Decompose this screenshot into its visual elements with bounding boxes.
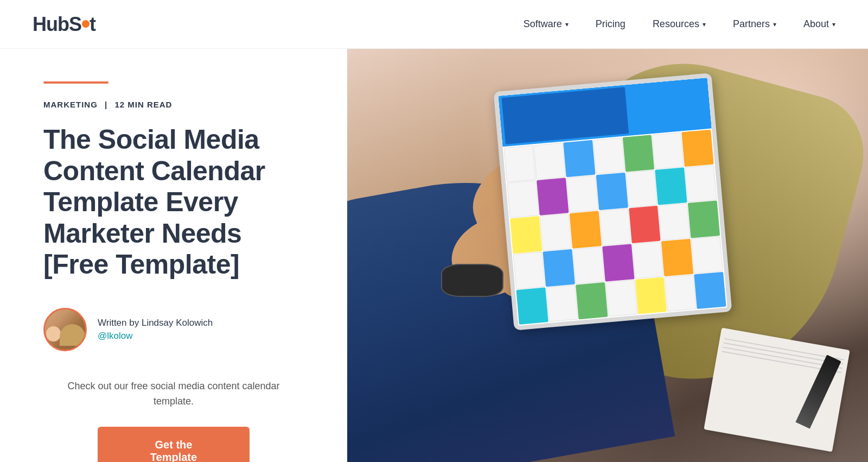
navigation: HubSt Software ▾ Pricing Resources ▾ Par… xyxy=(0,0,868,49)
tablet-cell xyxy=(563,140,595,177)
main-content: MARKETING | 12 MIN READ The Social Media… xyxy=(0,49,868,462)
chevron-down-icon: ▾ xyxy=(773,21,776,28)
tablet-cell xyxy=(688,200,720,238)
tablet-header-bar xyxy=(502,87,629,144)
tablet-cell xyxy=(605,280,637,317)
tablet-cell xyxy=(546,284,578,322)
tablet-cell xyxy=(513,251,545,289)
tablet-cell xyxy=(537,178,569,216)
tablet-cell xyxy=(658,203,690,241)
author-section: Written by Lindsay Kolowich @lkolow xyxy=(43,308,304,351)
tablet-cell xyxy=(685,165,717,202)
tablet-cell xyxy=(542,249,575,287)
tablet-cell xyxy=(629,206,661,243)
tablet-cell xyxy=(661,238,693,276)
tablet-cell xyxy=(682,129,714,167)
tablet-cell xyxy=(602,244,634,281)
tablet-cell xyxy=(516,287,548,325)
nav-item-partners[interactable]: Partners ▾ xyxy=(733,18,776,30)
tablet-cell xyxy=(533,142,565,180)
nav-item-resources[interactable]: Resources ▾ xyxy=(653,18,706,30)
logo[interactable]: HubSt xyxy=(33,13,95,36)
chevron-down-icon: ▾ xyxy=(703,21,706,28)
tablet-cell xyxy=(626,170,658,207)
author-written-by: Written by Lindsay Kolowich xyxy=(98,318,213,328)
orange-underline-decoration xyxy=(43,81,108,84)
logo-text: HubSt xyxy=(33,13,95,36)
tablet-cell xyxy=(507,180,539,218)
tablet-cell xyxy=(694,271,726,309)
hero-image xyxy=(347,49,868,462)
nav-links: Software ▾ Pricing Resources ▾ Partners … xyxy=(524,18,835,30)
chevron-down-icon: ▾ xyxy=(565,21,569,28)
tablet-cell xyxy=(566,175,598,213)
tablet-cell xyxy=(635,277,667,314)
logo-spot-dot xyxy=(82,20,90,28)
tablet-cell xyxy=(655,167,687,205)
tablet-cell xyxy=(631,241,663,279)
left-panel: MARKETING | 12 MIN READ The Social Media… xyxy=(0,49,347,462)
tablet-calendar-grid xyxy=(502,128,727,326)
tablet-cell xyxy=(593,137,625,175)
tablet-cell xyxy=(691,236,723,274)
article-description: Check out our free social media content … xyxy=(43,378,304,410)
tablet-cell xyxy=(576,282,608,319)
tablet-cell xyxy=(572,246,604,284)
article-title: The Social Media Content Calendar Templa… xyxy=(43,124,304,281)
get-template-button[interactable]: Get the Template xyxy=(98,427,250,462)
category-label: MARKETING | 12 MIN READ xyxy=(43,100,304,109)
chevron-down-icon: ▾ xyxy=(832,21,835,28)
tablet-cell xyxy=(665,274,697,312)
nav-item-software[interactable]: Software ▾ xyxy=(524,18,569,30)
tablet-cell xyxy=(596,173,628,210)
tablet-cell xyxy=(622,135,654,172)
scene xyxy=(347,49,868,462)
right-panel xyxy=(347,49,868,462)
tablet-cell xyxy=(599,208,631,246)
author-info: Written by Lindsay Kolowich @lkolow xyxy=(98,318,213,341)
tablet-screen xyxy=(498,78,727,326)
author-handle[interactable]: @lkolow xyxy=(98,331,213,341)
tablet-cell xyxy=(652,132,684,169)
tablet-cell xyxy=(569,211,601,248)
avatar-body xyxy=(60,324,85,346)
tablet-device xyxy=(494,73,732,331)
watch xyxy=(441,264,503,297)
nav-item-about[interactable]: About ▾ xyxy=(803,18,835,30)
tablet-cell xyxy=(540,213,572,251)
author-avatar xyxy=(43,308,87,351)
tablet-cell xyxy=(510,216,542,254)
avatar-head xyxy=(46,326,61,341)
notebook xyxy=(704,327,850,452)
tablet-cell xyxy=(504,145,536,182)
nav-item-pricing[interactable]: Pricing xyxy=(596,18,626,30)
